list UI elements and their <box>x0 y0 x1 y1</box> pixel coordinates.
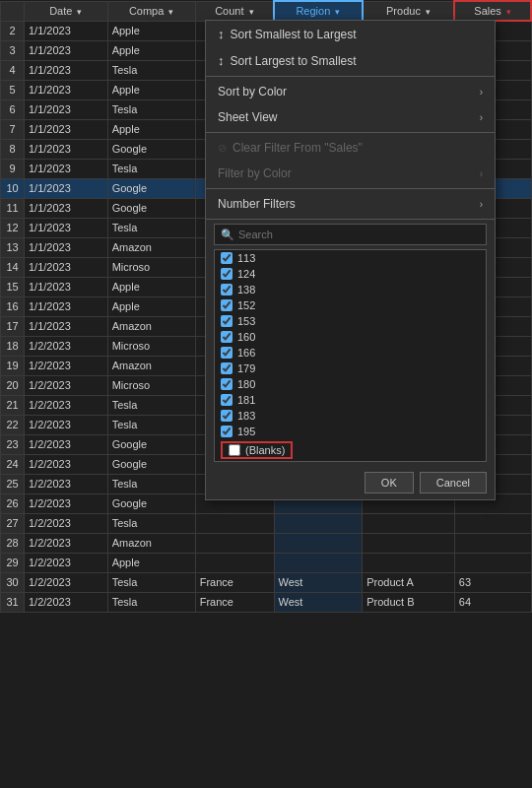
table-cell: Google <box>107 139 195 159</box>
checkbox-item[interactable]: 113 <box>215 250 486 266</box>
checkbox-item[interactable]: (Blanks) <box>221 441 293 459</box>
table-cell: 21 <box>1 395 25 415</box>
checkbox-input[interactable] <box>221 347 233 359</box>
table-cell: 28 <box>1 533 25 553</box>
checkbox-input[interactable] <box>221 299 233 311</box>
sort-color-item[interactable]: Sort by Color › <box>206 79 495 104</box>
table-cell: 1/2/2023 <box>25 356 108 375</box>
table-cell: 5 <box>1 80 25 99</box>
table-cell: Apple <box>107 21 195 40</box>
clear-filter-item: ⊘ Clear Filter From "Sales" <box>206 135 495 161</box>
col-header-f[interactable]: Sales ▾ <box>454 1 531 21</box>
checkbox-item[interactable]: 160 <box>215 329 486 345</box>
sort-desc-item[interactable]: ↕ Sort Largest to Smallest <box>206 47 495 74</box>
checkbox-item[interactable]: 180 <box>215 376 486 392</box>
table-cell: Microso <box>107 336 195 356</box>
table-cell: 1/2/2023 <box>25 375 108 395</box>
number-filters-arrow: › <box>480 199 483 210</box>
checkbox-list: 113124138152153160166179180181183195(Bla… <box>214 249 487 462</box>
cancel-button[interactable]: Cancel <box>420 472 487 493</box>
table-cell: Apple <box>107 296 195 316</box>
checkbox-item[interactable]: 138 <box>215 282 486 297</box>
table-cell: 2 <box>1 21 25 40</box>
checkbox-input[interactable] <box>221 268 233 280</box>
col-header-a[interactable]: Date ▾ <box>25 1 108 21</box>
table-cell: Tesla <box>107 572 195 592</box>
sort-asc-item[interactable]: ↕ Sort Smallest to Largest <box>206 21 495 47</box>
table-cell: 1/1/2023 <box>25 139 108 159</box>
sort-asc-label: Sort Smallest to Largest <box>231 28 357 41</box>
table-cell: 1/1/2023 <box>25 80 108 99</box>
table-cell: 25 <box>1 474 25 493</box>
number-filters-item[interactable]: Number Filters › <box>206 191 495 217</box>
checkbox-item[interactable]: 181 <box>215 392 486 408</box>
table-cell: 27 <box>1 513 25 533</box>
ok-button[interactable]: OK <box>365 472 414 493</box>
table-cell <box>274 533 363 553</box>
table-cell: Tesla <box>107 395 195 415</box>
checkbox-item[interactable]: 195 <box>215 424 486 439</box>
table-cell: Amazon <box>107 316 195 336</box>
table-cell: Tesla <box>107 159 195 178</box>
table-cell: Google <box>107 178 195 198</box>
table-cell: Tesla <box>107 218 195 237</box>
checkbox-item[interactable]: 183 <box>215 408 486 424</box>
checkbox-input[interactable] <box>221 331 233 343</box>
table-cell: Apple <box>107 40 195 60</box>
checkbox-item[interactable]: 153 <box>215 313 486 329</box>
checkbox-label: 124 <box>237 268 255 280</box>
col-header-b[interactable]: Compa ▾ <box>107 1 195 21</box>
table-cell: France <box>195 592 274 612</box>
search-input[interactable] <box>214 224 487 245</box>
table-cell: 22 <box>1 415 25 434</box>
separator-3 <box>206 188 495 189</box>
table-cell <box>363 553 455 572</box>
checkbox-item[interactable]: 152 <box>215 297 486 313</box>
table-cell: 1/1/2023 <box>25 198 108 218</box>
col-header-e[interactable]: Produc ▾ <box>363 1 455 21</box>
table-cell: Product A <box>363 572 455 592</box>
table-cell: Google <box>107 493 195 513</box>
table-cell: 1/2/2023 <box>25 513 108 533</box>
table-cell <box>195 513 274 533</box>
table-cell: 1/2/2023 <box>25 415 108 434</box>
table-cell <box>363 513 455 533</box>
checkbox-input[interactable] <box>221 378 233 390</box>
table-cell: 16 <box>1 296 25 316</box>
table-cell: 8 <box>1 139 25 159</box>
checkbox-input[interactable] <box>221 410 233 422</box>
table-cell: 1/2/2023 <box>25 336 108 356</box>
checkbox-item[interactable]: 166 <box>215 345 486 361</box>
table-cell: 1/2/2023 <box>25 592 108 612</box>
col-header-d[interactable]: Region ▾ <box>274 1 363 21</box>
checkbox-item[interactable]: 124 <box>215 266 486 282</box>
checkbox-input[interactable] <box>221 284 233 296</box>
table-cell: Tesla <box>107 60 195 80</box>
table-cell: Google <box>107 454 195 474</box>
table-cell <box>454 553 531 572</box>
clear-filter-icon: ⊘ <box>218 142 227 155</box>
table-cell: 1/2/2023 <box>25 434 108 454</box>
table-cell <box>454 533 531 553</box>
col-header-c[interactable]: Count ▾ <box>195 1 274 21</box>
checkbox-item[interactable]: 179 <box>215 361 486 376</box>
checkbox-input[interactable] <box>229 444 240 456</box>
filter-color-item: Filter by Color › <box>206 161 495 186</box>
checkbox-input[interactable] <box>221 315 233 327</box>
col-header-rownum <box>1 1 25 21</box>
table-cell: 1/1/2023 <box>25 237 108 257</box>
table-cell: West <box>274 572 363 592</box>
table-cell: 13 <box>1 237 25 257</box>
checkbox-input[interactable] <box>221 252 233 264</box>
checkbox-input[interactable] <box>221 394 233 406</box>
table-cell: 1/2/2023 <box>25 395 108 415</box>
table-cell: 1/1/2023 <box>25 40 108 60</box>
sheet-view-arrow: › <box>480 112 483 123</box>
table-cell: 23 <box>1 434 25 454</box>
sheet-view-item[interactable]: Sheet View › <box>206 104 495 130</box>
table-cell: 9 <box>1 159 25 178</box>
checkbox-input[interactable] <box>221 426 233 437</box>
table-cell: 1/2/2023 <box>25 533 108 553</box>
checkbox-input[interactable] <box>221 362 233 374</box>
number-filters-label: Number Filters <box>218 197 296 211</box>
